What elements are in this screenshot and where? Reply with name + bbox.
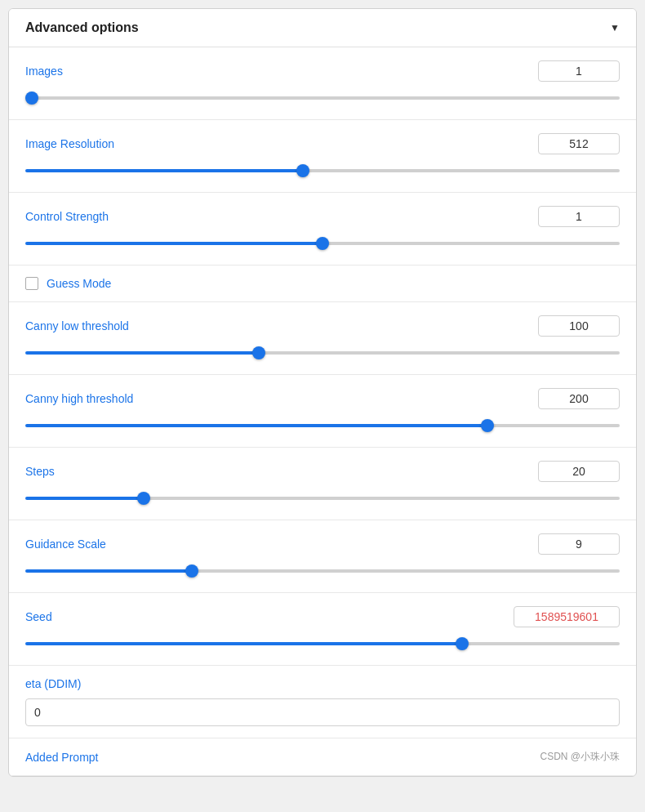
control-strength-label: Control Strength <box>25 210 109 223</box>
panel-title: Advanced options <box>25 20 139 35</box>
canny-low-section: Canny low threshold <box>9 302 636 375</box>
image-resolution-slider-container <box>25 163 620 179</box>
advanced-options-panel: Advanced options ▼ Images Image Resoluti… <box>8 8 637 777</box>
seed-field-row: Seed <box>25 606 620 627</box>
control-strength-value-input[interactable] <box>538 206 620 227</box>
canny-low-slider-container <box>25 345 620 361</box>
steps-section: Steps <box>9 448 636 520</box>
images-slider[interactable] <box>25 96 620 100</box>
canny-high-slider-container <box>25 417 620 434</box>
images-label: Images <box>25 65 63 78</box>
canny-high-slider[interactable] <box>25 424 620 427</box>
image-resolution-section: Image Resolution <box>9 120 636 193</box>
guidance-scale-label: Guidance Scale <box>25 538 106 551</box>
guidance-scale-value-input[interactable] <box>538 533 620 555</box>
control-strength-field-row: Control Strength <box>25 206 620 227</box>
steps-label: Steps <box>25 465 55 478</box>
canny-high-value-input[interactable] <box>538 388 620 409</box>
seed-label: Seed <box>25 610 52 623</box>
image-resolution-field-row: Image Resolution <box>25 133 620 154</box>
canny-low-value-input[interactable] <box>538 315 620 337</box>
steps-slider[interactable] <box>25 497 620 500</box>
images-slider-container <box>25 90 620 106</box>
steps-field-row: Steps <box>25 461 620 482</box>
image-resolution-label: Image Resolution <box>25 137 114 150</box>
guidance-scale-section: Guidance Scale <box>9 520 636 593</box>
canny-low-field-row: Canny low threshold <box>25 315 620 337</box>
guess-mode-label: Guess Mode <box>47 277 111 290</box>
canny-low-slider[interactable] <box>25 351 620 355</box>
guess-mode-checkbox[interactable] <box>25 277 38 290</box>
panel-header[interactable]: Advanced options ▼ <box>9 9 636 47</box>
guidance-scale-slider-container <box>25 563 620 579</box>
images-value-input[interactable] <box>538 60 620 82</box>
images-field-row: Images <box>25 60 620 82</box>
eta-input[interactable] <box>25 698 620 726</box>
steps-value-input[interactable] <box>538 461 620 482</box>
seed-slider-container <box>25 636 620 652</box>
image-resolution-slider[interactable] <box>25 169 620 172</box>
control-strength-slider[interactable] <box>25 242 620 245</box>
control-strength-slider-container <box>25 235 620 252</box>
canny-high-field-row: Canny high threshold <box>25 388 620 409</box>
canny-low-label: Canny low threshold <box>25 319 129 332</box>
eta-label: eta (DDIM) <box>25 677 620 690</box>
images-section: Images <box>9 47 636 120</box>
added-prompt-section: Added Prompt CSDN @小珠小珠 <box>9 738 636 776</box>
canny-high-section: Canny high threshold <box>9 375 636 448</box>
seed-slider[interactable] <box>25 642 620 645</box>
seed-section: Seed <box>9 593 636 666</box>
watermark-text: CSDN @小珠小珠 <box>540 750 620 764</box>
guidance-scale-slider[interactable] <box>25 569 620 573</box>
collapse-arrow[interactable]: ▼ <box>610 22 620 33</box>
added-prompt-label: Added Prompt <box>25 751 99 764</box>
steps-slider-container <box>25 490 620 506</box>
eta-section: eta (DDIM) <box>9 666 636 738</box>
control-strength-section: Control Strength <box>9 193 636 265</box>
canny-high-label: Canny high threshold <box>25 392 133 405</box>
guidance-scale-field-row: Guidance Scale <box>25 533 620 555</box>
image-resolution-value-input[interactable] <box>538 133 620 154</box>
seed-value-input[interactable] <box>514 606 620 627</box>
guess-mode-section: Guess Mode <box>9 265 636 302</box>
